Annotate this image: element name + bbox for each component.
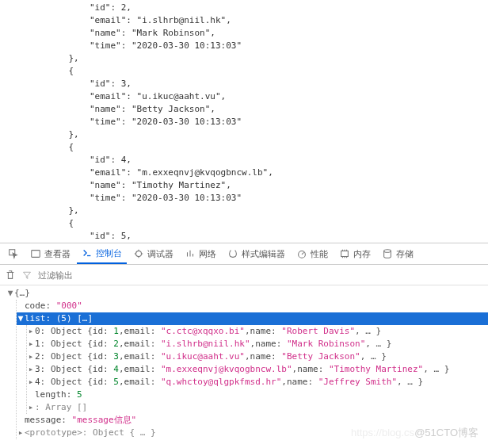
prop-list[interactable]: ▼list: (5) […] bbox=[17, 312, 488, 325]
json-line: { bbox=[48, 65, 488, 78]
json-line: "id": 5, bbox=[48, 230, 488, 243]
list-item[interactable]: ▸0: Object { id: 1, email: "c.ctc@xqqxo.… bbox=[27, 325, 488, 338]
prop-message[interactable]: message: "message信息" bbox=[17, 414, 488, 427]
json-line: "id": 2, bbox=[48, 2, 488, 14]
json-line: { bbox=[48, 141, 488, 154]
tab-label: 内存 bbox=[353, 248, 371, 260]
select-element-button[interactable] bbox=[3, 245, 24, 262]
json-line: }, bbox=[48, 128, 488, 141]
prop-prototype-array[interactable]: ▸: Array [] bbox=[27, 401, 488, 414]
tab-label: 网络 bbox=[199, 248, 216, 260]
json-line: "time": "2020-03-30 10:13:03" bbox=[48, 116, 488, 128]
tab-performance[interactable]: 性能 bbox=[292, 245, 333, 263]
json-line: "id": 4, bbox=[48, 154, 488, 167]
tab-console[interactable]: 控制台 bbox=[77, 244, 127, 264]
tab-label: 性能 bbox=[311, 248, 328, 260]
tab-storage[interactable]: 存储 bbox=[377, 245, 418, 263]
list-item[interactable]: ▸2: Object { id: 3, email: "u.ikuc@aaht.… bbox=[27, 350, 488, 363]
list-item[interactable]: ▸3: Object { id: 4, email: "m.exxeqnvj@k… bbox=[27, 363, 488, 376]
tab-debugger[interactable]: 调试器 bbox=[128, 245, 178, 263]
tab-label: 查看器 bbox=[44, 248, 71, 260]
json-line: "name": "Mark Robinson", bbox=[48, 27, 488, 40]
clear-console-button[interactable] bbox=[5, 270, 16, 281]
json-line: "id": 3, bbox=[48, 78, 488, 90]
json-line: "email": "i.slhrb@niil.hk", bbox=[48, 14, 488, 27]
tab-label: 样式编辑器 bbox=[242, 248, 285, 260]
tab-inspector[interactable]: 查看器 bbox=[25, 245, 75, 263]
json-line: "name": "Betty Jackson", bbox=[48, 103, 488, 116]
svg-point-5 bbox=[384, 250, 391, 253]
json-line: "time": "2020-03-30 10:13:03" bbox=[48, 40, 488, 52]
json-line: "email": "u.ikuc@aaht.vu", bbox=[48, 90, 488, 103]
json-line: "email": "m.exxeqnvj@kvqogbncw.lb", bbox=[48, 167, 488, 179]
console-output: ▼{…} code: "000" ▼list: (5) […] ▸0: Obje… bbox=[0, 285, 488, 441]
prop-prototype[interactable]: ▸<prototype>: Object { … } bbox=[17, 427, 488, 439]
prop-code[interactable]: code: "000" bbox=[17, 300, 488, 312]
list-item[interactable]: ▸1: Object { id: 2, email: "i.slhrb@niil… bbox=[27, 338, 488, 350]
svg-rect-4 bbox=[341, 251, 349, 257]
tab-label: 控制台 bbox=[96, 247, 122, 259]
json-line: { bbox=[48, 217, 488, 230]
filter-input[interactable] bbox=[38, 270, 147, 280]
object-root[interactable]: ▼{…} bbox=[6, 287, 488, 300]
json-preview-pane: "id": 2, "email": "i.slhrb@niil.hk", "na… bbox=[0, 0, 488, 243]
tab-network[interactable]: 网络 bbox=[180, 245, 221, 263]
tab-label: 调试器 bbox=[147, 248, 173, 260]
tab-label: 存储 bbox=[396, 248, 414, 260]
filter-icon bbox=[22, 270, 32, 280]
list-item[interactable]: ▸4: Object { id: 5, email: "q.whctoy@qlg… bbox=[27, 376, 488, 389]
json-line: "time": "2020-03-30 10:13:03" bbox=[48, 192, 488, 205]
prop-length[interactable]: length: 5 bbox=[27, 389, 488, 401]
json-line: }, bbox=[48, 205, 488, 217]
console-filter-bar bbox=[0, 265, 488, 285]
devtools-toolbar: 查看器 控制台 调试器 网络 样式编辑器 性能 内存 存储 bbox=[0, 243, 488, 265]
tab-memory[interactable]: 内存 bbox=[334, 245, 376, 263]
json-line: "name": "Timothy Martinez", bbox=[48, 179, 488, 192]
json-line: }, bbox=[48, 52, 488, 65]
tab-style[interactable]: 样式编辑器 bbox=[223, 245, 290, 263]
svg-point-2 bbox=[136, 251, 142, 257]
svg-rect-1 bbox=[32, 251, 40, 258]
